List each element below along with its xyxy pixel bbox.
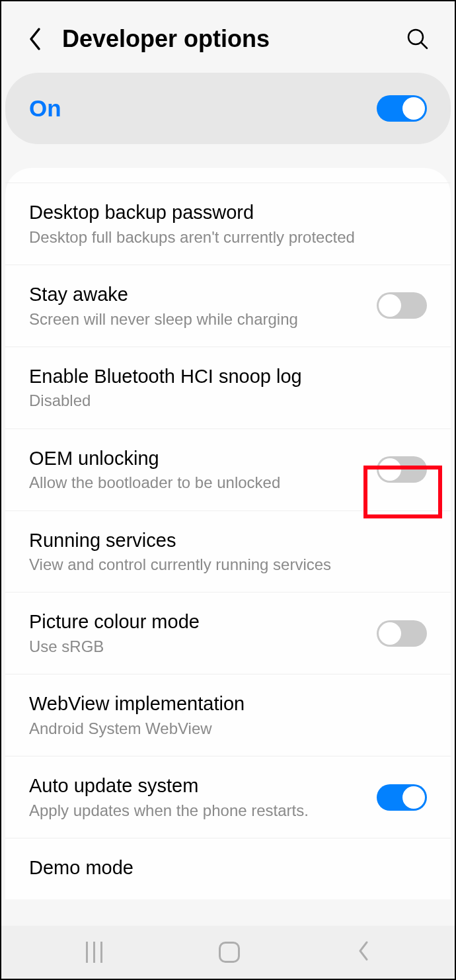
setting-title: Enable Bluetooth HCI snoop log bbox=[29, 364, 427, 389]
setting-row-oem-unlocking[interactable]: OEM unlockingAllow the bootloader to be … bbox=[5, 429, 451, 511]
oem-unlocking-toggle[interactable] bbox=[377, 456, 427, 483]
setting-row-picture-colour[interactable]: Picture colour modeUse sRGB bbox=[5, 592, 451, 674]
setting-text: WebView implementationAndroid System Web… bbox=[29, 692, 427, 739]
setting-subtitle: Allow the bootloader to be unlocked bbox=[29, 472, 363, 493]
setting-text: OEM unlockingAllow the bootloader to be … bbox=[29, 446, 363, 493]
setting-title: OEM unlocking bbox=[29, 446, 363, 471]
setting-row-webview-impl[interactable]: WebView implementationAndroid System Web… bbox=[5, 674, 451, 756]
auto-update-toggle[interactable] bbox=[377, 784, 427, 811]
setting-row-bluetooth-hci[interactable]: Enable Bluetooth HCI snoop logDisabled bbox=[5, 347, 451, 429]
setting-text: Demo mode bbox=[29, 856, 427, 882]
setting-subtitle: Apply updates when the phone restarts. bbox=[29, 800, 363, 821]
setting-subtitle: View and control currently running servi… bbox=[29, 554, 427, 575]
setting-text: Picture colour modeUse sRGB bbox=[29, 610, 363, 657]
setting-title: Picture colour mode bbox=[29, 610, 363, 635]
setting-subtitle: Screen will never sleep while charging bbox=[29, 309, 363, 329]
toggle-knob bbox=[379, 294, 401, 317]
setting-title: Running services bbox=[29, 528, 427, 553]
page-header: Developer options bbox=[1, 1, 455, 73]
setting-row-desktop-backup[interactable]: Desktop backup passwordDesktop full back… bbox=[5, 183, 451, 265]
setting-subtitle: Disabled bbox=[29, 390, 427, 411]
setting-row-auto-update[interactable]: Auto update systemApply updates when the… bbox=[5, 756, 451, 838]
setting-title: Stay awake bbox=[29, 282, 363, 307]
master-status-label: On bbox=[29, 95, 61, 122]
nav-back-button[interactable] bbox=[357, 940, 370, 964]
back-icon[interactable] bbox=[25, 29, 45, 49]
setting-text: Enable Bluetooth HCI snoop logDisabled bbox=[29, 364, 427, 411]
toggle-knob bbox=[379, 622, 401, 645]
setting-row-demo-mode[interactable]: Demo mode bbox=[5, 838, 451, 899]
navigation-bar bbox=[1, 926, 455, 979]
settings-list: Desktop backup passwordDesktop full back… bbox=[5, 168, 451, 899]
toggle-knob bbox=[402, 786, 425, 809]
setting-subtitle: Use sRGB bbox=[29, 636, 363, 657]
setting-row-stay-awake[interactable]: Stay awakeScreen will never sleep while … bbox=[5, 265, 451, 347]
setting-text: Auto update systemApply updates when the… bbox=[29, 774, 363, 821]
svg-line-1 bbox=[421, 42, 427, 48]
master-toggle-panel[interactable]: On bbox=[5, 73, 451, 144]
page-title: Developer options bbox=[62, 25, 387, 53]
setting-title: Desktop backup password bbox=[29, 200, 427, 225]
setting-title: Auto update system bbox=[29, 774, 363, 799]
setting-subtitle: Android System WebView bbox=[29, 718, 427, 739]
setting-row-running-services[interactable]: Running servicesView and control current… bbox=[5, 511, 451, 593]
nav-recent-button[interactable] bbox=[86, 942, 102, 963]
master-toggle[interactable] bbox=[377, 95, 427, 122]
setting-title: Demo mode bbox=[29, 856, 427, 881]
toggle-knob bbox=[379, 458, 401, 481]
setting-text: Running servicesView and control current… bbox=[29, 528, 427, 575]
toggle-knob bbox=[402, 97, 425, 120]
picture-colour-toggle[interactable] bbox=[377, 620, 427, 647]
search-icon[interactable] bbox=[404, 26, 431, 52]
setting-text: Stay awakeScreen will never sleep while … bbox=[29, 282, 363, 329]
setting-subtitle: Desktop full backups aren't currently pr… bbox=[29, 227, 427, 247]
setting-text: Desktop backup passwordDesktop full back… bbox=[29, 200, 427, 247]
stay-awake-toggle[interactable] bbox=[377, 292, 427, 319]
setting-title: WebView implementation bbox=[29, 692, 427, 717]
nav-home-button[interactable] bbox=[219, 942, 240, 963]
